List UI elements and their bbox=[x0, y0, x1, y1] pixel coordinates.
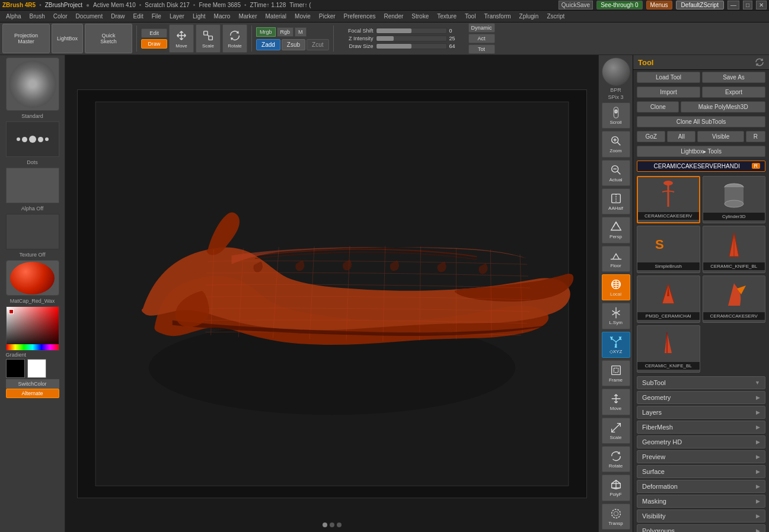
layers-section[interactable]: Layers ▶ bbox=[637, 406, 765, 419]
mrgb-button[interactable]: Mrgb bbox=[256, 27, 276, 37]
menu-stroke[interactable]: Stroke bbox=[408, 12, 432, 21]
standard-brush-preview[interactable] bbox=[6, 57, 59, 111]
menu-macro[interactable]: Macro bbox=[210, 12, 234, 21]
surface-section[interactable]: Surface ▶ bbox=[637, 465, 765, 478]
menu-render[interactable]: Render bbox=[381, 12, 407, 21]
frame-button[interactable]: Frame bbox=[602, 360, 630, 386]
tool-thumb-simplebrush[interactable]: S SimpleBrush bbox=[637, 226, 700, 273]
menu-layer[interactable]: Layer bbox=[166, 12, 188, 21]
menu-zplugin[interactable]: Zplugin bbox=[516, 12, 543, 21]
draw-size-slider[interactable] bbox=[376, 43, 447, 49]
menu-alpha[interactable]: Alpha bbox=[2, 12, 25, 21]
window-close[interactable]: ✕ bbox=[756, 1, 767, 9]
tool-thumb-ceramicknife[interactable]: CERAMIC_KNIFE_BL bbox=[703, 226, 766, 273]
menu-preferences[interactable]: Preferences bbox=[340, 12, 379, 21]
visible-button[interactable]: Visible bbox=[697, 131, 744, 142]
goz-button[interactable]: GoZ bbox=[637, 131, 665, 142]
scroll-button[interactable]: Scroll bbox=[602, 102, 630, 129]
tot-button[interactable]: Tot bbox=[468, 44, 495, 54]
zsub-button[interactable]: Zsub bbox=[282, 39, 305, 50]
menu-marker[interactable]: Marker bbox=[235, 12, 260, 21]
polyf-button[interactable]: PolyF bbox=[602, 475, 630, 501]
window-restore[interactable]: □ bbox=[743, 1, 752, 9]
quick-sketch-button[interactable]: Quick Sketch bbox=[85, 24, 132, 53]
viewport-canvas[interactable] bbox=[77, 89, 587, 498]
preview-section[interactable]: Preview ▶ bbox=[637, 450, 765, 463]
menu-color[interactable]: Color bbox=[50, 12, 71, 21]
lsym-button[interactable]: L.Sym bbox=[602, 303, 630, 329]
clone-all-subtools-button[interactable]: Clone All SubTools bbox=[637, 116, 765, 127]
rotate-button[interactable]: Rotate bbox=[222, 24, 247, 53]
move-button[interactable]: Move bbox=[169, 24, 194, 53]
texture-preview[interactable] bbox=[6, 214, 59, 249]
menu-movie[interactable]: Movie bbox=[291, 12, 314, 21]
make-polymesh3d-button[interactable]: Make PolyMesh3D bbox=[681, 101, 765, 113]
window-minimize[interactable]: — bbox=[727, 1, 739, 9]
act-button[interactable]: Act bbox=[468, 34, 495, 43]
scroll-dot-1[interactable] bbox=[323, 523, 327, 527]
rgb-button[interactable]: Rgb bbox=[277, 27, 294, 37]
menu-edit[interactable]: Edit bbox=[130, 12, 147, 21]
zadd-button[interactable]: Zadd bbox=[256, 39, 280, 50]
scroll-dot-3[interactable] bbox=[337, 523, 342, 527]
projection-master-button[interactable]: Projection Master bbox=[2, 24, 50, 53]
hue-bar[interactable] bbox=[7, 344, 59, 350]
deformation-section[interactable]: Deformation ▶ bbox=[637, 480, 765, 493]
color-gradient[interactable] bbox=[6, 306, 59, 351]
actual-button[interactable]: Actual bbox=[602, 160, 630, 186]
menu-draw[interactable]: Draw bbox=[107, 12, 128, 21]
persp-button[interactable]: Persp bbox=[602, 217, 630, 243]
swatch-white[interactable] bbox=[27, 359, 46, 378]
tool-thumb-pm3d[interactable]: PM3D_CERAMICHAI bbox=[637, 275, 700, 323]
clone-button[interactable]: Clone bbox=[637, 101, 679, 113]
local-button[interactable]: Local bbox=[602, 274, 630, 300]
tool-thumb-cylinder[interactable]: Cylinder3D bbox=[703, 176, 766, 223]
visibility-section[interactable]: Visibility ▶ bbox=[637, 509, 765, 523]
geometryhd-section[interactable]: Geometry HD ▶ bbox=[637, 435, 765, 448]
scroll-dot-2[interactable] bbox=[330, 523, 334, 527]
focal-shift-slider[interactable] bbox=[376, 28, 447, 34]
edit-button[interactable]: Edit bbox=[141, 28, 167, 38]
swatch-black[interactable] bbox=[6, 359, 25, 378]
polygroups-section[interactable]: Polygroups ▶ bbox=[637, 524, 765, 532]
tool-thumb-ceramicknife2[interactable]: CERAMIC_KNIFE_BL bbox=[637, 325, 700, 373]
m-button[interactable]: M bbox=[295, 27, 307, 37]
matcap-preview[interactable] bbox=[6, 260, 59, 296]
draw-button[interactable]: Draw bbox=[141, 39, 167, 49]
scale-button[interactable]: Scale bbox=[196, 24, 221, 53]
scale-vp-button[interactable]: Scale bbox=[602, 418, 630, 444]
see-through-button[interactable]: See-through 0 bbox=[596, 1, 642, 9]
floor-button[interactable]: Floor bbox=[602, 246, 630, 272]
save-as-button[interactable]: Save As bbox=[702, 72, 765, 83]
tool-refresh-icon[interactable] bbox=[755, 57, 764, 67]
move-vp-button[interactable]: Move bbox=[602, 389, 630, 415]
r-button[interactable]: R bbox=[746, 131, 765, 142]
menu-zscript[interactable]: Zscript bbox=[543, 12, 568, 21]
load-tool-button[interactable]: Load Tool bbox=[637, 72, 700, 83]
transp-button[interactable]: Transp bbox=[602, 504, 630, 530]
menu-brush[interactable]: Brush bbox=[26, 12, 49, 21]
menu-file[interactable]: File bbox=[148, 12, 165, 21]
subtool-section[interactable]: SubTool ▼ bbox=[637, 376, 765, 389]
tool-thumb-ceramiccake[interactable]: CERAMICCAKESERV bbox=[637, 176, 700, 223]
aahalf-button[interactable]: AAHalf bbox=[602, 188, 630, 214]
masking-section[interactable]: Masking ▶ bbox=[637, 495, 765, 508]
menu-light[interactable]: Light bbox=[189, 12, 209, 21]
menu-transform[interactable]: Transform bbox=[480, 12, 514, 21]
menu-document[interactable]: Document bbox=[72, 12, 107, 21]
zscript-button[interactable]: DefaultZScript bbox=[676, 1, 724, 9]
tool-thumb-ceramiccake2[interactable]: CERAMICCAKESERV bbox=[703, 275, 766, 323]
import-button[interactable]: Import bbox=[637, 86, 700, 98]
xyz-button[interactable]: X Y Z ◇XYZ bbox=[602, 332, 630, 358]
menu-texture[interactable]: Texture bbox=[433, 12, 460, 21]
dots-preview[interactable] bbox=[6, 121, 59, 157]
menu-material[interactable]: Material bbox=[262, 12, 291, 21]
bpr-button[interactable] bbox=[602, 57, 630, 86]
export-button[interactable]: Export bbox=[702, 86, 765, 98]
dynamic-button[interactable]: Dynamic bbox=[468, 23, 495, 33]
geometry-section[interactable]: Geometry ▶ bbox=[637, 391, 765, 404]
lightbox-tools-button[interactable]: Lightbox▸ Tools bbox=[637, 146, 765, 157]
alpha-preview[interactable] bbox=[6, 168, 59, 203]
menu-picker[interactable]: Picker bbox=[315, 12, 339, 21]
zoom-button[interactable]: Zoom bbox=[602, 131, 630, 157]
